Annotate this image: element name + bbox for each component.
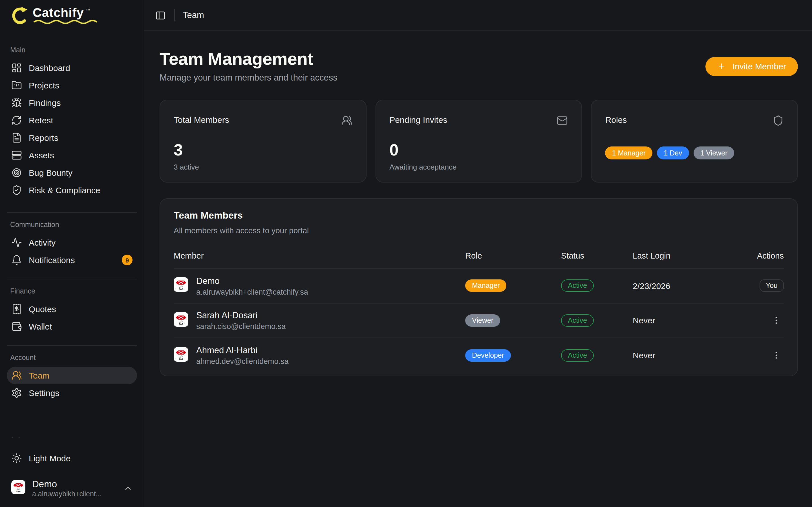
sidebar-item-projects[interactable]: Projects — [7, 76, 137, 94]
actions-cell — [769, 349, 784, 362]
bell-icon — [11, 255, 22, 265]
mail-icon — [557, 115, 568, 126]
users-icon — [341, 115, 352, 126]
page-title: Team Management — [160, 50, 338, 69]
sidebar-item-reports[interactable]: Reports — [7, 129, 137, 147]
brand-wordmark: Catchify ™ — [33, 6, 105, 24]
sidebar-item-label: Quotes — [29, 304, 56, 314]
last-login-cell: Never — [633, 351, 735, 360]
member-cell: الأولSABDemoa.alruwaybikh+client@catchif… — [174, 276, 465, 296]
sidebar-drag-dots: · · — [7, 435, 137, 442]
page-subtitle: Manage your team members and their acces… — [160, 73, 338, 83]
content-column: Team Team Management Manage your team me… — [144, 0, 812, 507]
sidebar-section-finance: FinanceQuotesWallet — [7, 279, 137, 345]
sidebar-section-account: AccountTeamSettings — [7, 345, 137, 412]
sidebar-item-retest[interactable]: Retest — [7, 112, 137, 129]
user-avatar: الأولSAB — [11, 480, 26, 496]
dashboard-icon — [11, 62, 22, 73]
svg-text:SAB: SAB — [179, 358, 183, 360]
invite-member-label: Invite Member — [732, 61, 786, 71]
column-header-status: Status — [561, 251, 633, 260]
member-name: Ahmed Al-Harbi — [196, 345, 289, 356]
sidebar-item-wallet[interactable]: Wallet — [7, 318, 137, 335]
user-texts: Demo a.alruwaybikh+client... — [32, 478, 102, 498]
actions-cell — [769, 314, 784, 327]
sidebar-item-light-mode[interactable]: Light Mode — [7, 450, 137, 467]
sidebar-item-notifications[interactable]: Notifications9 — [7, 251, 137, 269]
sidebar-item-assets[interactable]: Assets — [7, 147, 137, 164]
sidebar-user-menu[interactable]: الأولSAB Demo a.alruwaybikh+client... — [7, 475, 137, 501]
user-email: a.alruwaybikh+client... — [32, 490, 102, 498]
role-count-badge-developer: 1 Dev — [657, 147, 689, 159]
sidebar-item-team[interactable]: Team — [7, 367, 137, 384]
server-icon — [11, 150, 22, 161]
team-members-title: Team Members — [174, 210, 784, 221]
stat-title: Roles — [605, 115, 627, 124]
sidebar-item-quotes[interactable]: Quotes — [7, 300, 137, 318]
sidebar-bottom: · · Light Mode الأولSAB Demo a.alruwaybi… — [0, 435, 144, 507]
sidebar-section-communication: CommunicationActivityNotifications9 — [7, 212, 137, 279]
stats-row: Total Members 3 3 active Pending Invites… — [160, 100, 798, 182]
table-row-sarah-al-dosari: الأولSABSarah Al-Dosarisarah.ciso@client… — [174, 303, 784, 338]
svg-text:SAB: SAB — [179, 288, 183, 291]
stat-card-total-members: Total Members 3 3 active — [160, 100, 366, 182]
stat-caption: Awaiting acceptance — [389, 163, 568, 171]
last-login-cell: 2/23/2026 — [633, 281, 735, 291]
wallet-icon — [11, 321, 22, 332]
brand-trademark: ™ — [86, 8, 90, 13]
column-header-role: Role — [465, 251, 561, 260]
role-badge: Developer — [465, 349, 511, 362]
member-name: Demo — [196, 276, 308, 287]
sidebar-section-label: Finance — [7, 287, 137, 295]
stat-caption: 3 active — [174, 163, 352, 171]
table-row-demo: الأولSABDemoa.alruwaybikh+client@catchif… — [174, 269, 784, 303]
last-login-cell: Never — [633, 316, 735, 325]
svg-text:SAB: SAB — [16, 490, 20, 493]
plus-icon — [717, 62, 726, 70]
bug-icon — [11, 98, 22, 108]
shield-check-icon — [11, 185, 22, 195]
sidebar-item-label: Team — [29, 371, 49, 380]
sidebar-nav: MainDashboardProjectsFindingsRetestRepor… — [0, 44, 144, 435]
brand-name: Catchify — [33, 6, 84, 20]
main-content: Team Management Manage your team members… — [144, 31, 812, 507]
brand-logo: Catchify ™ — [0, 0, 144, 44]
member-cell: الأولSABSarah Al-Dosarisarah.ciso@client… — [174, 310, 465, 331]
topbar: Team — [144, 0, 812, 31]
topbar-separator — [174, 9, 175, 21]
column-header-last-login: Last Login — [633, 251, 735, 260]
sidebar-toggle-button[interactable] — [151, 6, 170, 25]
row-menu-button[interactable] — [769, 314, 783, 327]
notification-count-badge: 9 — [122, 255, 133, 265]
sidebar-item-settings[interactable]: Settings — [7, 384, 137, 402]
target-icon — [11, 167, 22, 178]
users-icon — [11, 370, 22, 381]
member-email: ahmed.dev@clientdemo.sa — [196, 357, 289, 366]
sidebar-item-activity[interactable]: Activity — [7, 234, 137, 251]
sidebar-item-label: Reports — [29, 133, 58, 143]
sidebar-item-bug-bounty[interactable]: Bug Bounty — [7, 164, 137, 181]
sidebar-item-label: Projects — [29, 80, 59, 90]
sidebar-item-dashboard[interactable]: Dashboard — [7, 59, 137, 76]
stat-title: Total Members — [174, 115, 229, 124]
role-badge: Manager — [465, 280, 507, 292]
team-members-card: Team Members All members with access to … — [160, 198, 798, 376]
sidebar-item-label: Findings — [29, 98, 61, 108]
invite-member-button[interactable]: Invite Member — [705, 57, 798, 76]
row-menu-button[interactable] — [769, 349, 783, 362]
sidebar-item-findings[interactable]: Findings — [7, 94, 137, 112]
role-count-badges: 1 Manager1 Dev1 Viewer — [605, 147, 784, 159]
status-badge: Active — [561, 349, 594, 362]
member-cell: الأولSABAhmed Al-Harbiahmed.dev@clientde… — [174, 345, 465, 366]
sidebar-item-risk-compliance[interactable]: Risk & Compliance — [7, 181, 137, 199]
app-root: Catchify ™ MainDashboardProjectsFindings… — [0, 0, 812, 507]
member-email: a.alruwaybikh+client@catchify.sa — [196, 288, 308, 296]
shield-icon — [772, 115, 784, 126]
user-name: Demo — [32, 478, 102, 490]
sun-icon — [11, 453, 22, 464]
sidebar-section-main: MainDashboardProjectsFindingsRetestRepor… — [7, 44, 137, 212]
sidebar-item-label: Wallet — [29, 322, 52, 331]
member-avatar: الأولSAB — [174, 277, 188, 294]
team-members-subtitle: All members with access to your portal — [174, 226, 784, 235]
chevron-up-icon — [123, 484, 133, 493]
